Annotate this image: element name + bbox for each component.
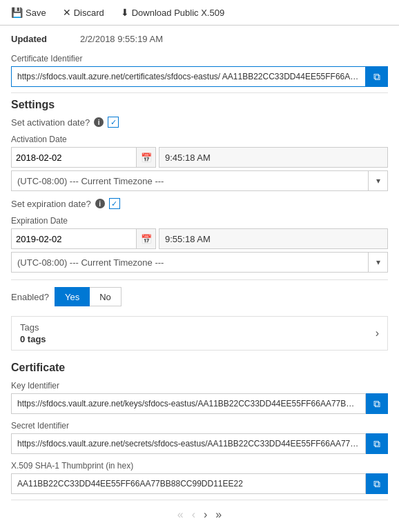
activation-timezone-text: (UTC-08:00) --- Current Timezone --- <box>12 173 368 189</box>
tags-content: Tags 0 tags <box>20 322 46 344</box>
expiration-date-input[interactable] <box>12 229 136 248</box>
tags-title: Tags <box>20 322 46 333</box>
activation-timezone-arrow: ▾ <box>368 171 387 190</box>
expiration-date-info-icon[interactable]: i <box>95 199 105 208</box>
secret-identifier-copy-button[interactable]: ⧉ <box>366 433 388 454</box>
discard-button[interactable]: ✕ Discard <box>60 6 107 19</box>
activation-date-label: Set activation date? <box>11 117 90 128</box>
cert-identifier-copy-button[interactable]: ⧉ <box>366 66 388 87</box>
close-icon: ✕ <box>63 7 71 18</box>
discard-label: Discard <box>74 8 104 18</box>
tags-count: 0 tags <box>20 334 46 344</box>
copy-icon: ⧉ <box>373 71 380 83</box>
cert-identifier-input[interactable] <box>11 66 366 87</box>
activation-time-input[interactable]: 9:45:18 AM <box>159 147 388 168</box>
secret-identifier-row: ⧉ <box>11 433 388 454</box>
download-label: Download Public X.509 <box>132 8 224 18</box>
enabled-yes-button[interactable]: Yes <box>55 287 90 306</box>
enabled-label: Enabled? <box>11 292 49 302</box>
updated-value: 2/2/2018 9:55:19 AM <box>80 34 163 44</box>
download-icon: ⬇ <box>121 7 129 18</box>
expiration-date-input-wrapper: 📅 <box>11 228 156 249</box>
thumbprint-input[interactable] <box>11 473 366 494</box>
certificate-section: Certificate Key Identifier ⧉ Secret Iden… <box>11 362 388 494</box>
expiration-timezone-row[interactable]: (UTC-08:00) --- Current Timezone --- ▾ <box>11 252 388 273</box>
activation-date-input-wrapper: 📅 <box>11 147 156 168</box>
save-button[interactable]: 💾 Save <box>8 6 49 19</box>
cert-identifier-row: ⧉ <box>11 66 388 87</box>
expiration-date-field-label: Expiration Date <box>11 216 388 226</box>
copy-icon-4: ⧉ <box>373 478 380 490</box>
next-page-button[interactable]: › <box>201 507 210 522</box>
activation-date-field-label: Activation Date <box>11 135 388 144</box>
expiration-datetime-row: 📅 9:55:18 AM <box>11 228 388 249</box>
calendar-icon: 📅 <box>141 152 152 163</box>
first-page-button[interactable]: « <box>175 507 186 522</box>
expiration-time-input[interactable]: 9:55:18 AM <box>159 228 388 249</box>
copy-icon-3: ⧉ <box>373 438 380 450</box>
cert-identifier-label: Certificate Identifier <box>11 54 388 63</box>
settings-heading: Settings <box>11 99 388 111</box>
activation-date-info-icon[interactable]: i <box>94 117 104 127</box>
key-identifier-copy-button[interactable]: ⧉ <box>366 393 388 414</box>
updated-label: Updated <box>11 34 80 44</box>
activation-date-input[interactable] <box>12 148 136 167</box>
enabled-no-button[interactable]: No <box>90 287 121 306</box>
expiration-date-checkbox[interactable] <box>109 198 120 209</box>
expiration-timezone-arrow: ▾ <box>368 253 387 272</box>
activation-timezone-row[interactable]: (UTC-08:00) --- Current Timezone --- ▾ <box>11 170 388 191</box>
activation-date-checkbox[interactable] <box>108 117 119 128</box>
pagination: « ‹ › » <box>11 500 388 526</box>
key-identifier-label: Key Identifier <box>11 381 388 391</box>
last-page-button[interactable]: » <box>213 507 224 522</box>
enabled-row: Enabled? Yes No <box>11 279 388 306</box>
tags-row[interactable]: Tags 0 tags › <box>11 316 388 351</box>
thumbprint-label: X.509 SHA-1 Thumbprint (in hex) <box>11 461 388 471</box>
main-content: Updated 2/2/2018 9:55:19 AM Certificate … <box>0 26 399 532</box>
expiration-date-check-row: Set expiration date? i <box>11 198 388 209</box>
calendar-icon-2: 📅 <box>141 234 152 244</box>
activation-date-check-row: Set activation date? i <box>11 117 388 128</box>
download-button[interactable]: ⬇ Download Public X.509 <box>118 6 227 19</box>
secret-identifier-input[interactable] <box>11 433 366 454</box>
secret-identifier-label: Secret Identifier <box>11 421 388 431</box>
expiration-calendar-button[interactable]: 📅 <box>136 229 155 248</box>
activation-calendar-button[interactable]: 📅 <box>136 148 155 167</box>
meta-row: Updated 2/2/2018 9:55:19 AM <box>11 34 388 44</box>
toolbar: 💾 Save ✕ Discard ⬇ Download Public X.509 <box>0 0 399 26</box>
activation-datetime-row: 📅 9:45:18 AM <box>11 147 388 168</box>
thumbprint-copy-button[interactable]: ⧉ <box>366 473 388 494</box>
expiration-timezone-text: (UTC-08:00) --- Current Timezone --- <box>12 255 368 270</box>
copy-icon-2: ⧉ <box>373 398 380 410</box>
key-identifier-row: ⧉ <box>11 393 388 414</box>
key-identifier-input[interactable] <box>11 393 366 414</box>
expiration-date-label: Set expiration date? <box>11 199 91 209</box>
save-label: Save <box>26 8 46 18</box>
certificate-heading: Certificate <box>11 362 388 374</box>
thumbprint-row: ⧉ <box>11 473 388 494</box>
prev-page-button[interactable]: ‹ <box>189 507 198 522</box>
save-icon: 💾 <box>11 7 23 18</box>
tags-arrow-icon: › <box>376 327 379 339</box>
